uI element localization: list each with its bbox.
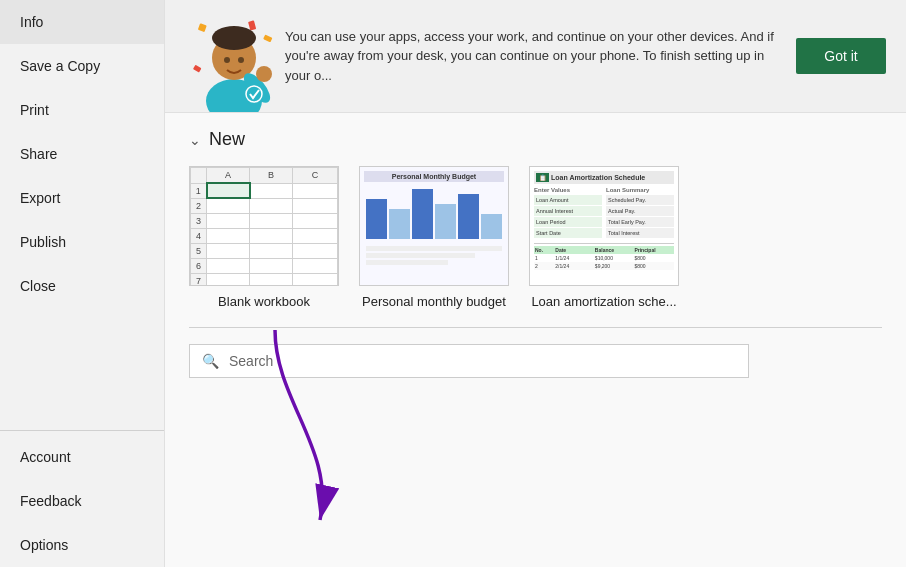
- got-it-button[interactable]: Got it: [796, 38, 886, 74]
- loan-header: 📋 Loan Amortization Schedule: [534, 171, 674, 184]
- grid-row-2: 2: [191, 198, 338, 213]
- svg-point-11: [256, 66, 272, 82]
- search-bar[interactable]: 🔍 Search: [189, 344, 749, 378]
- sidebar-bottom: Account Feedback Options: [0, 430, 164, 567]
- template-loan-amortization[interactable]: 📋 Loan Amortization Schedule Enter Value…: [529, 166, 679, 309]
- notification-banner: You can use your apps, access your work,…: [165, 0, 906, 113]
- sidebar-item-feedback[interactable]: Feedback: [0, 479, 164, 523]
- cell-a5[interactable]: [207, 243, 250, 258]
- sidebar-item-close[interactable]: Close: [0, 264, 164, 308]
- svg-point-7: [212, 26, 256, 50]
- cell-b1[interactable]: [250, 183, 293, 198]
- loan-label: Loan amortization sche...: [531, 294, 676, 309]
- row-num-1: 1: [191, 183, 207, 198]
- sidebar-item-publish[interactable]: Publish: [0, 220, 164, 264]
- template-blank-workbook[interactable]: A B C 1: [189, 166, 339, 309]
- sidebar-item-options[interactable]: Options: [0, 523, 164, 567]
- templates-row: A B C 1: [189, 166, 882, 309]
- svg-point-8: [224, 57, 230, 63]
- cell-b5[interactable]: [250, 243, 293, 258]
- cell-b4[interactable]: [250, 228, 293, 243]
- grid-col-b: B: [250, 168, 293, 184]
- chevron-down-icon[interactable]: ⌄: [189, 132, 201, 148]
- cell-c2[interactable]: [293, 198, 338, 213]
- search-placeholder: Search: [229, 353, 273, 369]
- budget-label: Personal monthly budget: [362, 294, 506, 309]
- search-icon: 🔍: [202, 353, 219, 369]
- new-header: ⌄ New: [189, 129, 882, 150]
- svg-rect-0: [198, 23, 207, 32]
- sidebar-item-account[interactable]: Account: [0, 435, 164, 479]
- cell-b7[interactable]: [250, 273, 293, 286]
- sidebar-item-print[interactable]: Print: [0, 88, 164, 132]
- new-section: ⌄ New A B C: [165, 113, 906, 317]
- search-section: 🔍 Search: [165, 338, 906, 384]
- budget-thumb: Personal Monthly Budget: [359, 166, 509, 286]
- row-num-6: 6: [191, 258, 207, 273]
- cell-a3[interactable]: [207, 213, 250, 228]
- svg-point-9: [238, 57, 244, 63]
- grid-row-6: 6: [191, 258, 338, 273]
- sidebar-item-save-copy[interactable]: Save a Copy: [0, 44, 164, 88]
- cell-c1[interactable]: [293, 183, 338, 198]
- row-num-3: 3: [191, 213, 207, 228]
- grid-corner: [191, 168, 207, 184]
- row-num-2: 2: [191, 198, 207, 213]
- cell-b2[interactable]: [250, 198, 293, 213]
- section-divider: [189, 327, 882, 328]
- blank-workbook-thumb: A B C 1: [189, 166, 339, 286]
- svg-rect-2: [263, 34, 272, 42]
- grid-col-a: A: [207, 168, 250, 184]
- new-section-title: New: [209, 129, 245, 150]
- grid-row-7: 7: [191, 273, 338, 286]
- sidebar-item-export[interactable]: Export: [0, 176, 164, 220]
- grid-row-4: 4: [191, 228, 338, 243]
- grid-row-1: 1: [191, 183, 338, 198]
- svg-rect-3: [193, 65, 202, 73]
- main-content: You can use your apps, access your work,…: [165, 0, 906, 567]
- row-num-5: 5: [191, 243, 207, 258]
- sidebar-item-share[interactable]: Share: [0, 132, 164, 176]
- template-personal-budget[interactable]: Personal Monthly Budget: [359, 166, 509, 309]
- cell-c5[interactable]: [293, 243, 338, 258]
- cell-a4[interactable]: [207, 228, 250, 243]
- row-num-4: 4: [191, 228, 207, 243]
- cell-b6[interactable]: [250, 258, 293, 273]
- cell-c7[interactable]: [293, 273, 338, 286]
- svg-rect-1: [248, 20, 256, 30]
- avatar-illustration: [189, 16, 279, 113]
- notification-text: You can use your apps, access your work,…: [285, 27, 780, 86]
- cell-c3[interactable]: [293, 213, 338, 228]
- cell-a6[interactable]: [207, 258, 250, 273]
- blank-workbook-label: Blank workbook: [218, 294, 310, 309]
- grid-row-5: 5: [191, 243, 338, 258]
- cell-a7[interactable]: [207, 273, 250, 286]
- loan-thumb: 📋 Loan Amortization Schedule Enter Value…: [529, 166, 679, 286]
- notification-avatar: [189, 16, 269, 96]
- grid-col-c: C: [293, 168, 338, 184]
- row-num-7: 7: [191, 273, 207, 286]
- cell-a2[interactable]: [207, 198, 250, 213]
- svg-point-12: [246, 86, 262, 102]
- sidebar: Info Save a Copy Print Share Export Publ…: [0, 0, 165, 567]
- cell-c4[interactable]: [293, 228, 338, 243]
- grid-row-3: 3: [191, 213, 338, 228]
- cell-a1[interactable]: [207, 183, 250, 198]
- cell-c6[interactable]: [293, 258, 338, 273]
- sidebar-item-info[interactable]: Info: [0, 0, 164, 44]
- cell-b3[interactable]: [250, 213, 293, 228]
